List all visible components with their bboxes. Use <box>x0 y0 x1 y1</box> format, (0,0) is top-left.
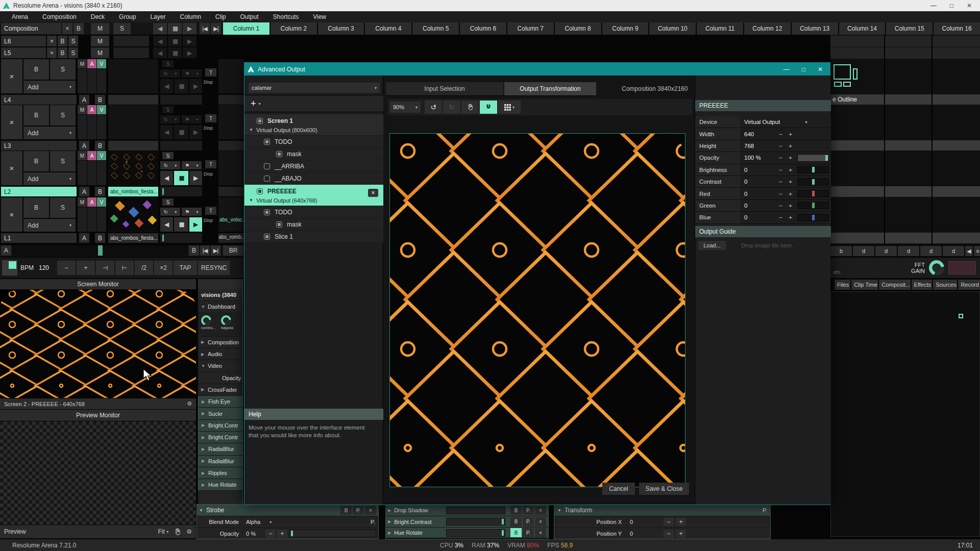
column-header[interactable]: Column 4 <box>365 22 411 35</box>
strobe-params-button[interactable]: P. <box>353 506 364 515</box>
bpm-nudge-down-button[interactable]: ⊣ <box>96 261 114 275</box>
clip-name-col2[interactable] <box>218 141 244 151</box>
strobe-header[interactable]: ▼ Strobe B P. × <box>197 505 378 516</box>
tab-input-selection[interactable]: Input Selection <box>386 82 503 95</box>
checkbox-icon[interactable] <box>264 163 270 169</box>
column-header[interactable]: Column 8 <box>555 22 601 35</box>
chevron-down-icon[interactable]: ▾ <box>270 520 272 524</box>
deck-button[interactable]: d <box>898 246 919 256</box>
tab-output-transformation[interactable]: Output Transformation <box>504 82 596 95</box>
clip-reverse-button[interactable]: ◀ <box>160 79 173 93</box>
plus-button[interactable]: + <box>786 212 795 223</box>
brightness-slider[interactable] <box>797 166 829 173</box>
minus-button[interactable]: − <box>776 152 786 163</box>
composition-bypass-button[interactable]: B <box>74 23 84 34</box>
fft-gain-knob[interactable] <box>929 260 944 276</box>
bpm-resync-button[interactable]: RESYNC <box>198 261 230 275</box>
column-header[interactable]: Column 11 <box>697 22 743 35</box>
clip-pause-button[interactable]: ▮▮ <box>174 171 188 185</box>
checkbox-icon[interactable] <box>276 221 282 228</box>
green-slider[interactable] <box>797 202 829 209</box>
composition-next-button[interactable]: ▶| <box>211 23 221 34</box>
layer-clear-button[interactable]: × <box>1 151 22 185</box>
clip-play-button[interactable]: ▶ <box>189 79 202 93</box>
clip-beat-snap[interactable]: ⚑▾ <box>182 69 202 78</box>
screens-setup-thumbnail[interactable] <box>834 63 870 93</box>
minus-button[interactable]: − <box>776 164 786 176</box>
bpm-minus-button[interactable]: − <box>57 261 76 275</box>
layer-audio-button[interactable]: A <box>87 151 96 160</box>
tree-slice-1[interactable]: Slice 1 <box>244 231 383 243</box>
deck-button[interactable]: d <box>875 246 897 256</box>
crossfader-next-button[interactable]: ▶| <box>211 245 220 256</box>
effect-params-button[interactable]: P. <box>523 506 534 515</box>
bpm-nudge-up-button[interactable]: ⊢ <box>115 261 134 275</box>
menu-item[interactable]: View <box>306 12 333 21</box>
column-header[interactable]: Column 15 <box>886 22 933 35</box>
clip-solo-button[interactable]: S <box>162 198 174 206</box>
menu-item[interactable]: Layer <box>143 12 172 21</box>
column-header[interactable]: Column 16 <box>934 22 980 35</box>
clip-position-bar[interactable] <box>160 233 202 243</box>
browser-tab[interactable]: Composit... <box>879 280 910 290</box>
composition-master-button[interactable]: M <box>91 23 109 34</box>
tree-preeeee-selected[interactable]: PREEEEE ▼Virtual Output (640x768) × <box>244 185 383 206</box>
layer-l6-rev[interactable]: ◀ <box>153 36 167 46</box>
panel-section-row[interactable]: ▶ Bright.Contr <box>198 420 242 432</box>
layer-l5-solo[interactable]: S <box>68 47 78 58</box>
layer-master-button[interactable]: M <box>78 197 87 207</box>
plus-button[interactable]: + <box>786 140 795 152</box>
strobe-bypass-button[interactable]: B <box>340 506 352 515</box>
panel-section-row[interactable]: ▶ Fish Eye <box>198 396 242 408</box>
layer-blend-select[interactable]: Add▾ <box>23 172 76 185</box>
layer-l6-solo[interactable]: S <box>68 36 78 46</box>
effect-close-button[interactable]: × <box>535 517 546 527</box>
column-header[interactable]: Column 5 <box>412 22 459 35</box>
layer-video-button[interactable]: V <box>97 59 106 68</box>
layer-l5-master[interactable]: M <box>91 47 109 58</box>
layer-clear-button[interactable]: × <box>1 59 22 93</box>
bpm-value[interactable]: 120 <box>39 264 49 271</box>
effect-close-button[interactable]: × <box>535 506 546 515</box>
effect-close-button[interactable]: × <box>535 528 546 537</box>
bpm-plus-button[interactable]: + <box>77 261 95 275</box>
clip-pause-button[interactable]: ▮▮ <box>174 217 188 232</box>
clip-thumbnail-col2[interactable]: abs_volac... <box>218 197 244 232</box>
clip-loop-mode[interactable]: ↻▾ <box>160 161 180 169</box>
clip-name-col2[interactable] <box>218 95 244 105</box>
layer-label[interactable]: L4 <box>1 95 77 105</box>
tree-slice-todo[interactable]: TODO <box>244 136 383 148</box>
red-value[interactable]: 0 <box>740 188 776 199</box>
window-maximize-button[interactable]: □ <box>950 2 953 9</box>
opacity-plus-button[interactable]: + <box>277 530 287 538</box>
checkbox-icon[interactable] <box>257 118 263 124</box>
layer-l6-label[interactable]: L6 <box>1 36 46 46</box>
layer-bypass-button[interactable]: B <box>23 197 49 218</box>
clip-play-button[interactable]: ▶ <box>189 171 202 185</box>
drop-shadow-slider[interactable] <box>446 507 505 514</box>
position-y-minus[interactable]: − <box>664 530 674 538</box>
tree-slice-abajo[interactable]: __ABAJO <box>244 172 383 185</box>
effect-bypass-button[interactable]: B <box>510 517 522 527</box>
dashboard-section[interactable]: ▼ Dashboard <box>198 301 242 313</box>
crossfader-prev-button[interactable]: |◀ <box>200 245 210 256</box>
layer-l5-rev[interactable]: ◀ <box>153 47 167 58</box>
blue-value[interactable]: 0 <box>740 212 776 223</box>
add-output-button[interactable]: + ▾ <box>244 95 383 112</box>
green-value[interactable]: 0 <box>740 200 776 211</box>
column-header[interactable]: Column 13 <box>792 22 838 35</box>
layer-l6-master[interactable]: M <box>91 36 109 46</box>
clip-name[interactable] <box>108 141 158 151</box>
opacity-value[interactable]: 100 % <box>740 152 776 163</box>
dashboard-knob-bajada[interactable] <box>221 315 231 325</box>
load-button[interactable]: Load... <box>698 241 726 250</box>
layer-l5-label[interactable]: L5 <box>1 47 46 58</box>
column-header[interactable]: Column 14 <box>839 22 886 35</box>
clip-position-bar[interactable] <box>160 187 202 196</box>
minus-button[interactable]: − <box>776 188 786 199</box>
clip-play-button[interactable]: ▶ <box>189 217 202 232</box>
panel-section-row[interactable]: ▶ Bright.Contr <box>198 432 242 443</box>
checkbox-icon[interactable] <box>264 176 270 182</box>
layer-blend-select[interactable]: Add▾ <box>23 81 76 93</box>
clip-solo-button[interactable]: S <box>162 152 174 159</box>
